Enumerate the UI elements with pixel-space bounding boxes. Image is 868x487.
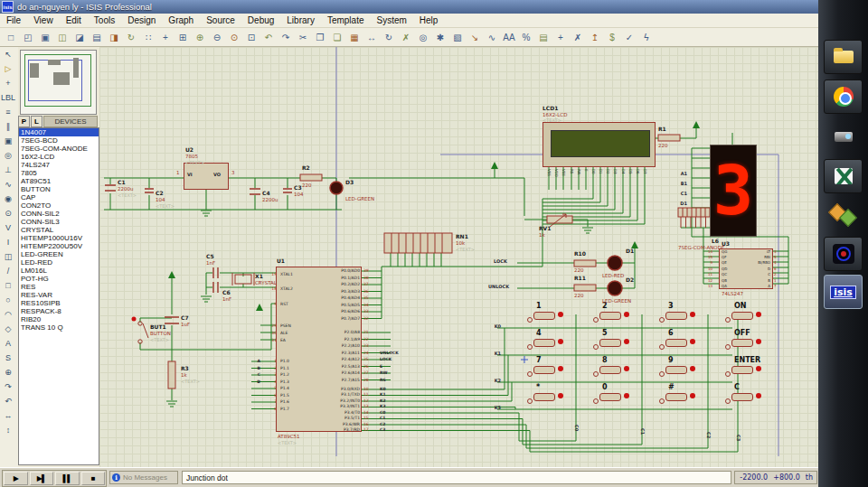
component-value[interactable]: 7805 [185, 154, 198, 159]
push-button-symbol[interactable] [599, 393, 621, 401]
keypad-button[interactable]: 2 [589, 302, 655, 329]
component-value[interactable]: 1uF [181, 322, 190, 327]
play-button[interactable]: ▶ [4, 472, 28, 485]
import-section-icon[interactable]: ◫ [54, 29, 71, 45]
keypad-button[interactable]: # [655, 383, 721, 410]
netlist-to-ares-icon[interactable]: ϟ [638, 29, 655, 45]
component-ref[interactable]: C3 [294, 184, 302, 191]
component-ref[interactable]: C2 [156, 190, 164, 196]
menu-item[interactable]: Edit [60, 15, 88, 25]
push-button-symbol[interactable] [533, 366, 555, 374]
push-button-symbol[interactable] [533, 312, 555, 320]
device-list-item[interactable]: CONN-SIL2 [19, 210, 99, 218]
graph-tool-icon[interactable]: ∿ [0, 177, 16, 192]
keypad-button[interactable]: 8 [589, 356, 655, 383]
bus-tool-icon[interactable]: ∥ [0, 119, 16, 134]
keypad-button[interactable]: 4 [523, 329, 589, 356]
component-ref[interactable]: R3 [181, 365, 189, 371]
component-value[interactable]: 104 [294, 192, 304, 197]
device-list-item[interactable]: RES [19, 283, 99, 291]
menu-item[interactable]: File [0, 15, 27, 25]
component-ref[interactable]: R10 [574, 250, 586, 257]
push-button-symbol[interactable] [731, 366, 753, 374]
mirror-y-icon[interactable]: ↕ [0, 423, 16, 437]
2d-circle-tool-icon[interactable]: ○ [0, 293, 16, 307]
device-list-item[interactable]: LM016L [19, 267, 99, 275]
component-value[interactable]: LED-GREEN [345, 196, 374, 201]
component-value[interactable]: 1k [539, 232, 545, 238]
wire-label-tool-icon[interactable]: LBL [0, 90, 16, 105]
component-ref[interactable]: C4 [262, 190, 270, 196]
component-ref[interactable]: R2 [302, 164, 310, 171]
device-list-item[interactable]: 16X2-LCD [19, 153, 99, 161]
redo-icon[interactable]: ↷ [278, 29, 294, 45]
pause-button[interactable]: ▌▌ [55, 472, 80, 485]
push-button-symbol[interactable] [599, 339, 621, 347]
device-list-item[interactable]: 1N4007 [19, 128, 99, 136]
lcd-display[interactable] [542, 122, 656, 167]
make-device-icon[interactable]: ✱ [432, 29, 448, 45]
component-ref[interactable]: U3 [722, 240, 730, 247]
device-list-item[interactable]: CAP [19, 193, 99, 201]
component-value[interactable]: 1nF [222, 296, 231, 302]
component-ref[interactable]: D3 [345, 179, 354, 185]
search-tag-icon[interactable]: AA [501, 29, 517, 45]
virtual-instruments-tool-icon[interactable]: ◫ [0, 249, 16, 264]
print-icon[interactable]: ▤ [89, 29, 105, 45]
junction-dot-tool-icon[interactable]: + [0, 76, 16, 90]
component-ref[interactable]: D1 [626, 248, 634, 254]
component-value[interactable]: 7SEG-COM-ANODE [678, 245, 724, 250]
zoom-in-icon[interactable]: ⊕ [192, 29, 208, 45]
text-script-tool-icon[interactable]: ≡ [0, 105, 16, 119]
component-value[interactable]: 220 [658, 143, 668, 148]
remove-sheet-icon[interactable]: ✗ [570, 29, 586, 45]
message-status-box[interactable]: No Messages [109, 471, 178, 484]
push-button-symbol[interactable] [533, 393, 555, 401]
device-list-item[interactable]: 74LS247 [19, 161, 99, 169]
zoom-all-icon[interactable]: ⊙ [226, 29, 242, 45]
mirror-x-icon[interactable]: ↔ [0, 408, 16, 423]
component-value[interactable]: 1nF [206, 260, 215, 266]
rotate-cw-icon[interactable]: ↷ [0, 379, 16, 394]
title-bar[interactable]: isis do an-nguyen ly - ISIS Professional [0, 0, 818, 14]
2d-line-tool-icon[interactable]: / [0, 264, 16, 278]
library-manager-button[interactable]: L [31, 116, 42, 127]
undo-icon[interactable]: ↶ [260, 29, 277, 45]
component-ref[interactable]: LCD1 [542, 105, 558, 111]
pick-device-icon[interactable]: ◎ [415, 29, 431, 45]
push-button-symbol[interactable] [665, 393, 687, 401]
device-pin-tool-icon[interactable]: ⊥ [0, 163, 16, 177]
terminal-tool-icon[interactable]: ◎ [0, 148, 16, 163]
component-value[interactable]: 2200u [262, 197, 278, 202]
block-move-icon[interactable]: ↔ [363, 29, 380, 45]
packaging-tool-icon[interactable]: ▧ [449, 29, 466, 45]
keypad-button[interactable]: C [721, 383, 787, 410]
push-button-symbol[interactable] [665, 339, 687, 347]
device-list-item[interactable]: AT89C51 [19, 177, 99, 185]
zoom-area-icon[interactable]: ⊡ [243, 29, 259, 45]
excel-taskbar-icon[interactable] [824, 159, 863, 193]
open-design-icon[interactable]: ◰ [20, 29, 36, 45]
grid-toggle-icon[interactable]: ∷ [140, 29, 156, 45]
copy-icon[interactable]: ❐ [312, 29, 328, 45]
device-list-item[interactable]: RIB20 [19, 315, 99, 323]
generator-tool-icon[interactable]: ⊙ [0, 206, 16, 220]
device-list-item[interactable]: HITEMP1000U16V [19, 234, 99, 242]
component-ref[interactable]: D2 [626, 276, 634, 283]
pan-icon[interactable]: ⊞ [175, 29, 191, 45]
device-list-item[interactable]: RES10SIPB [19, 299, 99, 307]
device-list-item[interactable]: RESPACK-8 [19, 307, 99, 315]
keypad-button[interactable]: 9 [655, 356, 721, 383]
keypad-button[interactable]: 0 [589, 383, 655, 410]
device-list-item[interactable]: 7SEG-COM-ANODE [19, 145, 99, 153]
seven-segment-display[interactable]: 3 [710, 145, 757, 237]
component-ref[interactable]: R1 [658, 126, 666, 132]
component-value[interactable]: AT89C51 [278, 434, 300, 439]
isis-taskbar-icon[interactable]: isis [824, 275, 863, 309]
push-button-symbol[interactable] [533, 339, 555, 347]
device-list-item[interactable]: CRYSTAL [19, 226, 99, 234]
block-delete-icon[interactable]: ✗ [398, 29, 414, 45]
component-value[interactable]: LED-RED [602, 273, 624, 278]
component-tool-icon[interactable]: ▷ [0, 61, 16, 76]
current-probe-tool-icon[interactable]: I [0, 235, 16, 249]
